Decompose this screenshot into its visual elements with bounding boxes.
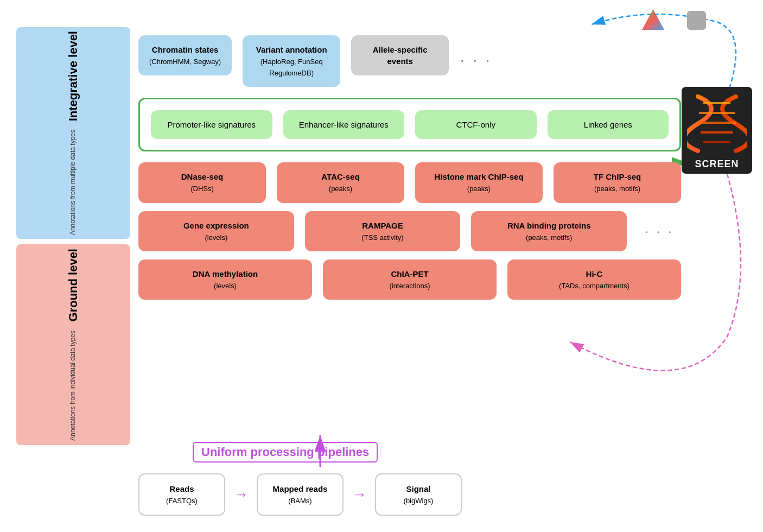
tf-chipseq-box: TF ChIP-seq(peaks, motifs) xyxy=(554,162,681,202)
dna-icon xyxy=(687,91,747,156)
linked-genes-box: Linked genes xyxy=(548,110,669,139)
green-row: Promoter-like signatures Enhancer-like s… xyxy=(151,110,669,139)
histone-mark-box: Histone mark ChIP-seq(peaks) xyxy=(415,162,543,202)
pipeline-label: Uniform processing pipelines xyxy=(193,442,378,463)
ground-level-label: Ground level xyxy=(66,249,80,321)
integrative-dots: · · · xyxy=(460,35,492,69)
reads-box: Reads(FASTQs) xyxy=(138,473,225,516)
pipeline-arrow-2: → xyxy=(352,486,367,503)
integrative-level-sublabel: Annotations from multiple data types xyxy=(69,130,78,235)
integrative-top-row: Chromatin states (ChromHMM, Segway) Vari… xyxy=(138,35,681,87)
dnase-seq-box: DNase-seq(DHSs) xyxy=(138,162,266,202)
green-signatures-container: Promoter-like signatures Enhancer-like s… xyxy=(138,98,681,151)
gray-square-icon xyxy=(684,8,709,35)
pipeline-boxes: Reads(FASTQs) → Mapped reads(BAMs) → Sig… xyxy=(138,473,600,516)
integrative-level-bg: Integrative level Annotations from multi… xyxy=(16,27,130,239)
signal-box: Signal(bigWigs) xyxy=(375,473,462,516)
rampage-box: RAMPAGE(TSS activity) xyxy=(305,211,461,251)
screen-box: SCREEN xyxy=(682,87,752,174)
screen-label: SCREEN xyxy=(695,159,739,170)
notch-icon-decoration xyxy=(641,8,665,35)
chromatin-states-box: Chromatin states (ChromHMM, Segway) xyxy=(138,35,232,75)
ground-row2-dots: · · · xyxy=(638,224,681,239)
ground-row-3: DNA methylation(levels) ChIA-PET(interac… xyxy=(138,259,681,300)
ground-level-bg: Ground level Annotations from individual… xyxy=(16,244,130,445)
chia-pet-box: ChIA-PET(interactions) xyxy=(323,259,497,300)
integrative-level-label: Integrative level xyxy=(66,31,80,121)
ground-row-2: Gene expression(levels) RAMPAGE(TSS acti… xyxy=(138,211,681,251)
ground-level-sublabel: Annotations from individual data types xyxy=(69,331,78,441)
gene-expression-box: Gene expression(levels) xyxy=(138,211,294,251)
dna-methylation-box: DNA methylation(levels) xyxy=(138,259,312,300)
ground-row-1: DNase-seq(DHSs) ATAC-seq(peaks) Histone … xyxy=(138,162,681,202)
pipeline-arrow-1: → xyxy=(233,486,249,503)
ctcf-only-box: CTCF-only xyxy=(415,110,537,139)
promoter-like-box: Promoter-like signatures xyxy=(151,110,272,139)
pipeline-area: Uniform processing pipelines Reads(FASTQ… xyxy=(138,442,600,516)
main-diagram: Integrative level Annotations from multi… xyxy=(0,0,763,532)
svg-rect-11 xyxy=(687,11,706,30)
variant-annotation-box: Variant annotation (HaploReg, FunSeq Reg… xyxy=(243,35,340,87)
ground-level-rows: DNase-seq(DHSs) ATAC-seq(peaks) Histone … xyxy=(138,162,681,300)
allele-specific-box: Allele-specific events xyxy=(351,35,449,75)
enhancer-like-box: Enhancer-like signatures xyxy=(283,110,405,139)
atac-seq-box: ATAC-seq(peaks) xyxy=(277,162,404,202)
rna-binding-box: RNA binding proteins(peaks, motifs) xyxy=(471,211,627,251)
mapped-reads-box: Mapped reads(BAMs) xyxy=(257,473,344,516)
hi-c-box: Hi-C(TADs, compartments) xyxy=(507,259,681,300)
